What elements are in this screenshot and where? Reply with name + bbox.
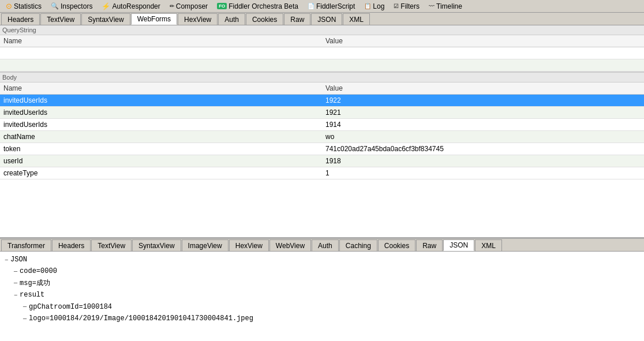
toolbar-fiddlerscript-label: FiddlerScript (316, 2, 355, 10)
expand-icon[interactable]: ─ (23, 314, 27, 324)
table-row[interactable]: invitedUserIds1922 (0, 95, 644, 107)
body-cell-value: 1 (322, 167, 644, 179)
tab-textview[interactable]: TextView (40, 13, 81, 25)
toolbar-filters-label: Filters (400, 2, 420, 10)
json-node: ─msg=成功 (14, 278, 639, 289)
table-row[interactable]: invitedUserIds1914 (0, 119, 644, 131)
tab-raw[interactable]: Raw (284, 13, 310, 25)
body-cell-value: 1922 (322, 95, 644, 107)
fo-icon: FO (217, 3, 227, 9)
json-node: ─logo=1000184/2019/Image/100018420190104… (23, 313, 639, 324)
tab-auth[interactable]: Auth (218, 13, 245, 25)
bottom-tab-textview[interactable]: TextView (91, 239, 132, 251)
json-node-text: result (20, 289, 44, 301)
toolbar-timeline[interactable]: 〰 Timeline (424, 0, 467, 13)
inspectors-icon: 🔍 (51, 2, 59, 10)
toolbar-filters[interactable]: ☑ Filters (389, 0, 424, 13)
body-col-value-header: Value (322, 83, 644, 95)
toolbar-fiddler-orchestra[interactable]: FO Fiddler Orchestra Beta (212, 0, 303, 13)
body-cell-name: userId (0, 155, 322, 167)
json-node: ─gpChatroomId=1000184 (23, 301, 639, 313)
toolbar-statistics[interactable]: ⊙ Statistics (1, 0, 46, 13)
expand-icon[interactable]: ─ (14, 278, 17, 288)
fiddlerscript-icon: 📄 (308, 3, 314, 9)
bottom-tab-imageview[interactable]: ImageView (182, 239, 229, 251)
toolbar-inspectors-label: Inspectors (61, 2, 92, 10)
table-row (0, 47, 644, 59)
json-node-text: gpChatroomId=1000184 (29, 301, 112, 313)
tab-webforms[interactable]: WebForms (131, 13, 177, 25)
bottom-tab-webview[interactable]: WebView (269, 239, 311, 251)
body-cell-value: 1921 (322, 107, 644, 119)
tab-json[interactable]: JSON (311, 13, 342, 25)
qs-col-name-header: Name (0, 35, 322, 47)
timeline-icon: 〰 (429, 3, 435, 9)
tab-headers[interactable]: Headers (1, 13, 40, 25)
body-cell-value: 1918 (322, 155, 644, 167)
body-cell-name: invitedUserIds (0, 107, 322, 119)
top-panel: QueryString Name Value Body Name Value (0, 25, 644, 239)
json-node-text: msg=成功 (20, 278, 50, 289)
toolbar: ⊙ Statistics 🔍 Inspectors ⚡ AutoResponde… (0, 0, 644, 13)
bottom-tab-syntaxview[interactable]: SyntaxView (132, 239, 181, 251)
body-cell-value: 1914 (322, 119, 644, 131)
body-cell-name: createType (0, 167, 322, 179)
expand-icon[interactable]: ─ (14, 267, 17, 276)
bottom-tab-xml[interactable]: XML (475, 239, 502, 251)
json-node: ─code=0000 (14, 265, 639, 277)
toolbar-statistics-label: Statistics (14, 2, 42, 10)
tab-cookies[interactable]: Cookies (246, 13, 283, 25)
table-row[interactable]: userId1918 (0, 155, 644, 167)
toolbar-log-label: Log (373, 2, 384, 10)
expand-icon[interactable]: − (5, 255, 8, 265)
composer-icon: ✏ (170, 3, 174, 9)
bottom-tab-caching[interactable]: Caching (339, 239, 377, 251)
json-node-text: code=0000 (20, 265, 57, 277)
toolbar-log[interactable]: 📋 Log (360, 0, 389, 13)
bottom-tab-cookies[interactable]: Cookies (378, 239, 415, 251)
querystring-section: QueryString Name Value (0, 25, 644, 73)
body-cell-value: 741c020ad27a45bda0ac6cf3bf834745 (322, 143, 644, 155)
json-node: −result (14, 289, 639, 301)
expand-icon[interactable]: − (14, 290, 17, 300)
tab-hexview[interactable]: HexView (178, 13, 218, 25)
bottom-tab-json[interactable]: JSON (443, 239, 474, 251)
top-tab-bar: Headers TextView SyntaxView WebForms Hex… (0, 13, 644, 25)
toolbar-timeline-label: Timeline (436, 2, 462, 10)
toolbar-autoresponder[interactable]: ⚡ AutoResponder (97, 0, 164, 13)
tab-xml[interactable]: XML (343, 13, 370, 25)
bottom-tab-auth[interactable]: Auth (312, 239, 339, 251)
tab-syntaxview[interactable]: SyntaxView (81, 13, 130, 25)
json-node-text: logo=1000184/2019/Image/100018420190104l… (29, 313, 253, 324)
bottom-tab-headers[interactable]: Headers (52, 239, 91, 251)
body-cell-name: invitedUserIds (0, 119, 322, 131)
bottom-panel: −JSON─code=0000─msg=成功−result─gpChatroom… (0, 252, 644, 341)
log-icon: 📋 (364, 3, 371, 9)
json-tree: −JSON─code=0000─msg=成功−result─gpChatroom… (0, 252, 644, 327)
bottom-tab-hexview[interactable]: HexView (229, 239, 269, 251)
body-label: Body (0, 73, 644, 83)
body-cell-name: invitedUserIds (0, 95, 322, 107)
querystring-table: Name Value (0, 35, 644, 72)
table-row[interactable]: chatNamewo (0, 131, 644, 143)
json-node: −JSON (5, 254, 639, 265)
body-table: Name Value invitedUserIds1922invitedUser… (0, 83, 644, 179)
qs-col-value-header: Value (322, 35, 644, 47)
body-cell-value: wo (322, 131, 644, 143)
toolbar-fo-label: Fiddler Orchestra Beta (229, 2, 298, 10)
filters-icon: ☑ (394, 3, 399, 9)
expand-icon[interactable]: ─ (23, 302, 27, 312)
table-row[interactable]: invitedUserIds1921 (0, 107, 644, 119)
table-row[interactable]: createType1 (0, 167, 644, 179)
table-row[interactable]: token741c020ad27a45bda0ac6cf3bf834745 (0, 143, 644, 155)
toolbar-fiddlerscript[interactable]: 📄 FiddlerScript (303, 0, 360, 13)
bottom-tab-raw[interactable]: Raw (416, 239, 443, 251)
bottom-tab-transformer[interactable]: Transformer (1, 239, 51, 251)
toolbar-inspectors[interactable]: 🔍 Inspectors (46, 0, 97, 13)
toolbar-autoresponder-label: AutoResponder (112, 2, 160, 10)
body-cell-name: token (0, 143, 322, 155)
autoresponder-icon: ⚡ (102, 2, 110, 10)
toolbar-composer[interactable]: ✏ Composer (165, 0, 212, 13)
body-col-name-header: Name (0, 83, 322, 95)
bottom-tab-bar: Transformer Headers TextView SyntaxView … (0, 239, 644, 252)
